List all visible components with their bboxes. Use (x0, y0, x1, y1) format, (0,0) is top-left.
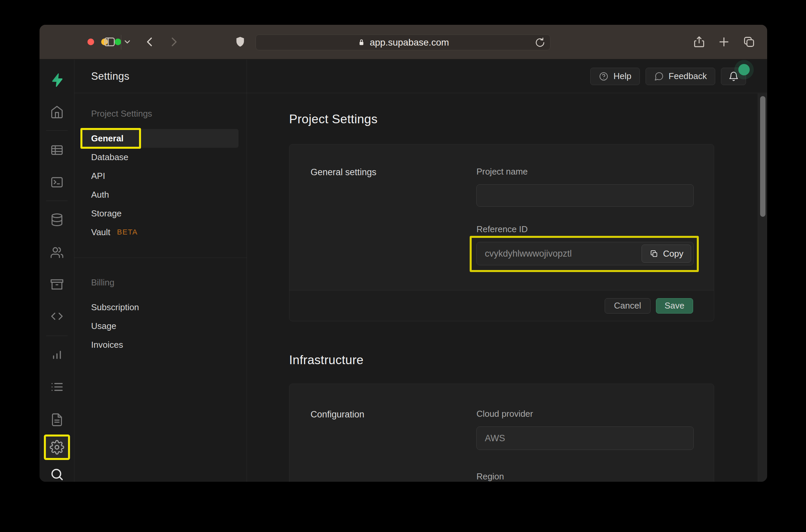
general-settings-label: General settings (310, 167, 476, 265)
notifications-button[interactable] (721, 68, 746, 85)
chevron-down-icon[interactable] (120, 35, 135, 49)
sidebar-title: Settings (91, 70, 129, 82)
main-content: Help Feedback (247, 60, 767, 482)
supabase-app: Settings Project Settings General Databa… (40, 60, 767, 482)
help-button[interactable]: Help (590, 68, 639, 85)
new-tab-icon[interactable] (716, 35, 731, 49)
cancel-button[interactable]: Cancel (604, 298, 651, 314)
rail-divider (46, 130, 68, 131)
infrastructure-title: Infrastructure (289, 353, 758, 367)
speech-bubble-icon (654, 71, 664, 81)
settings-scroll-area: Project Settings General settings Projec… (247, 93, 758, 482)
notification-dot (738, 64, 750, 75)
cloud-provider-label: Cloud provider (476, 409, 694, 419)
sidebar-header: Settings (74, 60, 247, 93)
help-circle-icon (599, 71, 609, 81)
browser-window: app.supabase.com (40, 25, 767, 482)
home-icon[interactable] (50, 104, 64, 119)
auth-users-icon[interactable] (50, 245, 64, 260)
sidebar-item-api[interactable]: API (82, 167, 238, 185)
url-text: app.supabase.com (370, 37, 449, 48)
beta-badge: BETA (117, 228, 138, 236)
nav-rail (40, 60, 74, 482)
sql-editor-icon[interactable] (50, 175, 64, 190)
sidebar-item-vault[interactable]: Vault BETA (82, 223, 238, 242)
storage-icon[interactable] (50, 277, 64, 292)
logs-icon[interactable] (50, 380, 64, 394)
search-icon[interactable] (50, 467, 64, 482)
general-settings-card: General settings Project name Reference … (289, 144, 714, 321)
rail-divider (46, 201, 68, 201)
reference-id-label: Reference ID (476, 224, 694, 234)
supabase-logo[interactable] (49, 72, 65, 88)
reload-icon[interactable] (533, 36, 547, 49)
sidebar-section-divider (74, 258, 247, 258)
feedback-button[interactable]: Feedback (646, 68, 715, 85)
share-icon[interactable] (692, 35, 707, 49)
tab-overview-icon[interactable] (742, 35, 756, 49)
close-window-button[interactable] (88, 39, 94, 45)
section-heading-billing: Billing (82, 278, 238, 288)
scrollbar-track[interactable] (758, 93, 767, 482)
project-name-input[interactable] (476, 184, 694, 207)
sidebar-item-usage[interactable]: Usage (82, 317, 238, 335)
browser-toolbar: app.supabase.com (40, 25, 767, 59)
forward-button[interactable] (166, 35, 181, 49)
sidebar-item-database[interactable]: Database (82, 148, 238, 167)
settings-rail-highlight (44, 435, 70, 460)
database-icon[interactable] (50, 212, 64, 227)
docs-icon[interactable] (50, 412, 64, 427)
general-card-footer: Cancel Save (289, 290, 714, 321)
settings-sidebar: Settings Project Settings General Databa… (74, 60, 247, 482)
sidebar-item-subscription[interactable]: Subscription (82, 298, 238, 317)
cloud-provider-value: AWS (476, 426, 694, 450)
project-name-label: Project name (476, 167, 694, 177)
scrollbar-thumb[interactable] (760, 96, 766, 217)
lock-icon (357, 38, 366, 47)
section-heading-project-settings: Project Settings (82, 109, 238, 119)
sidebar-toggle-icon[interactable] (102, 35, 117, 49)
settings-gear-icon[interactable] (50, 440, 64, 455)
sidebar-item-auth[interactable]: Auth (82, 185, 238, 204)
configuration-card: Configuration Cloud provider AWS Region (289, 384, 714, 482)
address-bar[interactable]: app.supabase.com (255, 35, 551, 50)
sidebar-item-storage[interactable]: Storage (82, 204, 238, 223)
rail-divider (46, 336, 68, 336)
content-header: Help Feedback (247, 60, 767, 93)
bell-icon (728, 71, 739, 82)
sidebar-item-invoices[interactable]: Invoices (82, 335, 238, 354)
table-editor-icon[interactable] (50, 143, 64, 157)
api-code-icon[interactable] (50, 309, 64, 324)
copy-button[interactable]: Copy (641, 245, 691, 263)
copy-icon (649, 249, 658, 258)
page-title: Project Settings (289, 112, 758, 126)
save-button[interactable]: Save (656, 298, 693, 314)
sidebar-item-general[interactable]: General (82, 129, 238, 148)
back-button[interactable] (143, 35, 157, 49)
reports-icon[interactable] (50, 347, 64, 361)
configuration-label: Configuration (310, 409, 476, 482)
region-label: Region (476, 471, 694, 482)
privacy-shield-icon[interactable] (233, 35, 248, 49)
